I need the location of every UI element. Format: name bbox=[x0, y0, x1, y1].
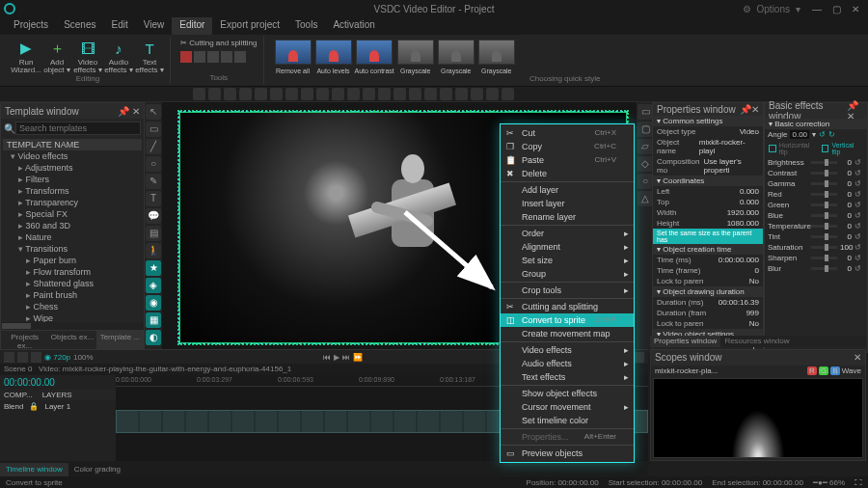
scope-b-badge[interactable]: B bbox=[830, 366, 840, 375]
pen-tool-icon[interactable]: ✎ bbox=[146, 174, 161, 189]
fx-tool-icon[interactable]: ▦ bbox=[146, 312, 161, 328]
tree-node[interactable]: Adjustments bbox=[3, 162, 142, 174]
rect-tool-icon[interactable]: ▭ bbox=[146, 122, 161, 137]
scope-mode[interactable]: Wave bbox=[842, 366, 861, 375]
tree-node[interactable]: Shattered glass bbox=[3, 278, 142, 289]
tl-resolution[interactable]: ◉ 720p bbox=[44, 353, 70, 362]
pin-icon[interactable]: 📌✕ bbox=[740, 104, 759, 115]
ctx-group[interactable]: Group bbox=[501, 267, 634, 281]
slider-track[interactable] bbox=[811, 257, 837, 259]
doc-tool-icon[interactable] bbox=[285, 88, 298, 100]
pin-icon[interactable]: 📌 bbox=[118, 106, 129, 117]
set-same-size-button[interactable]: Set the same size as the parent has bbox=[653, 229, 763, 244]
tree-node[interactable]: Paper burn bbox=[3, 255, 142, 266]
tree-node[interactable]: Nature bbox=[3, 231, 142, 243]
tl-next-icon[interactable]: ⏭ bbox=[342, 353, 350, 362]
fx-tool-icon[interactable]: ★ bbox=[146, 260, 161, 276]
reset-icon[interactable]: ↺ bbox=[854, 179, 864, 188]
style-thumb[interactable] bbox=[356, 40, 393, 65]
scope-r-badge[interactable]: R bbox=[807, 366, 817, 375]
tree-node[interactable]: Special FX bbox=[3, 208, 142, 220]
tl-btn[interactable] bbox=[634, 352, 644, 363]
tool-icon[interactable] bbox=[180, 51, 192, 63]
tool-icon[interactable] bbox=[221, 51, 232, 63]
rotate-cw-icon[interactable]: ↻ bbox=[828, 130, 835, 139]
shape-tool-icon[interactable]: △ bbox=[637, 191, 653, 206]
tree-node[interactable]: 360 and 3D bbox=[3, 220, 142, 231]
style-thumb[interactable] bbox=[438, 40, 475, 65]
section-coords[interactable]: Coordinates bbox=[653, 176, 763, 186]
person-tool-icon[interactable]: 🚶 bbox=[146, 243, 161, 258]
doc-tool-icon[interactable] bbox=[486, 88, 499, 100]
tree-node[interactable]: Wipe bbox=[3, 312, 142, 322]
options-link[interactable]: Options bbox=[757, 4, 790, 14]
section-common[interactable]: Common settings bbox=[653, 116, 763, 126]
tl-prev-icon[interactable]: ⏮ bbox=[323, 353, 331, 362]
effects-subheader[interactable]: Basic correction bbox=[765, 119, 867, 129]
ctx-delete[interactable]: ✖Delete bbox=[501, 167, 634, 180]
doc-tool-icon[interactable] bbox=[409, 88, 421, 100]
ctx-convert-to-sprite[interactable]: ◫Convert to spriteCtrl+P bbox=[501, 313, 634, 327]
menu-tools[interactable]: Tools bbox=[287, 17, 325, 35]
tl-play-icon[interactable]: ▶ bbox=[334, 353, 339, 362]
slider-track[interactable] bbox=[811, 235, 837, 238]
shape-tool-icon[interactable]: ▭ bbox=[637, 104, 653, 120]
slider-track[interactable] bbox=[811, 182, 837, 185]
doc-tool-icon[interactable] bbox=[471, 88, 483, 100]
ctx-paste[interactable]: 📋PasteCtrl+V bbox=[501, 153, 634, 167]
prop-value[interactable]: 1920.000 bbox=[727, 208, 759, 217]
window-close-button[interactable]: ✕ bbox=[847, 4, 864, 14]
run-wizard-button[interactable]: ▶RunWizard... bbox=[12, 39, 41, 74]
ctx-cutting-and-splitting[interactable]: ✂Cutting and splitting bbox=[501, 298, 634, 313]
doc-tool-icon[interactable] bbox=[502, 88, 514, 100]
tool-icon[interactable] bbox=[207, 51, 219, 63]
prop-value[interactable]: Use layer's properti bbox=[703, 157, 759, 175]
doc-tool-icon[interactable] bbox=[239, 88, 252, 100]
reset-icon[interactable]: ↺ bbox=[854, 222, 864, 230]
tl-blend[interactable]: Blend bbox=[4, 402, 23, 411]
tree-node[interactable]: Paint brush bbox=[3, 289, 142, 301]
tool-icon[interactable] bbox=[234, 51, 246, 63]
style-thumb[interactable] bbox=[315, 40, 352, 65]
menu-export[interactable]: Export project bbox=[212, 17, 287, 35]
reset-icon[interactable]: ↺ bbox=[854, 211, 864, 220]
ctx-order[interactable]: Order bbox=[501, 225, 634, 240]
doc-tool-icon[interactable] bbox=[224, 88, 236, 100]
ctx-insert-layer[interactable]: Insert layer bbox=[501, 197, 634, 210]
add-object-button[interactable]: ＋Addobject ▾ bbox=[42, 39, 71, 74]
tl-btn[interactable] bbox=[31, 352, 41, 363]
window-min-button[interactable]: — bbox=[808, 4, 826, 14]
fx-tool-icon[interactable]: ◈ bbox=[146, 278, 161, 293]
tl-scene-label[interactable]: Scene 0 bbox=[4, 365, 32, 373]
prop-value[interactable]: 00:00:16.39 bbox=[719, 298, 759, 307]
rotate-ccw-icon[interactable]: ↺ bbox=[819, 130, 826, 139]
tab-color-grading[interactable]: Color grading bbox=[68, 463, 126, 476]
tooltip-tool-icon[interactable]: 💬 bbox=[146, 208, 161, 224]
prop-value[interactable]: No bbox=[749, 277, 759, 285]
menu-projects[interactable]: Projects bbox=[6, 17, 56, 35]
cursor-tool-icon[interactable]: ↖ bbox=[146, 104, 161, 120]
doc-tool-icon[interactable] bbox=[393, 88, 406, 100]
tree-node[interactable]: Filters bbox=[3, 174, 142, 185]
tl-step-icon[interactable]: ⏩ bbox=[353, 353, 363, 362]
tab-properties-window[interactable]: Properties window bbox=[650, 336, 720, 347]
options-chevron-icon[interactable]: ▾ bbox=[796, 4, 800, 14]
menu-activation[interactable]: Activation bbox=[325, 17, 382, 35]
template-search-input[interactable] bbox=[15, 122, 141, 135]
ctx-copy[interactable]: ❐CopyCtrl+C bbox=[501, 140, 634, 153]
ctx-show-object-effects[interactable]: Show object effects bbox=[501, 385, 634, 400]
tree-node[interactable]: Transitions bbox=[3, 243, 142, 255]
reset-icon[interactable]: ↺ bbox=[854, 190, 864, 199]
section-drawing[interactable]: Object drawing duration bbox=[653, 286, 763, 297]
zoom-slider[interactable]: ━●━ 66% bbox=[813, 478, 845, 487]
ctx-cursor-movement[interactable]: Cursor movement bbox=[501, 400, 634, 414]
doc-tool-icon[interactable] bbox=[301, 88, 313, 100]
ctx-set-timeline-color[interactable]: Set timeline color bbox=[501, 414, 634, 427]
tree-node[interactable]: Flow transform bbox=[3, 266, 142, 278]
vflip-checkbox[interactable] bbox=[822, 145, 829, 152]
doc-tool-icon[interactable] bbox=[363, 88, 375, 100]
doc-tool-icon[interactable] bbox=[193, 88, 205, 100]
tree-node[interactable]: Chess bbox=[3, 301, 142, 312]
doc-tool-icon[interactable] bbox=[440, 88, 452, 100]
reset-icon[interactable]: ↺ bbox=[854, 169, 864, 177]
